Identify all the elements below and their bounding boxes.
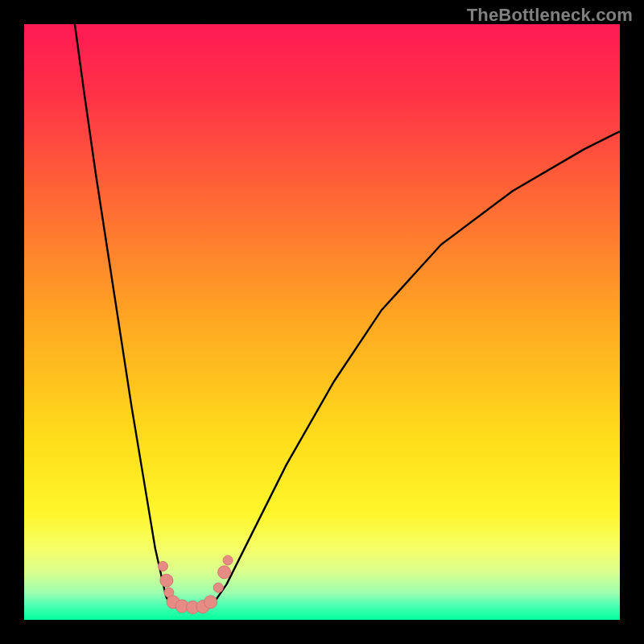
data-marker [160, 574, 173, 587]
data-marker [213, 583, 223, 592]
data-marker [218, 566, 231, 579]
data-marker [158, 561, 167, 571]
watermark-text: TheBottleneck.com [467, 5, 633, 26]
chart-stage: TheBottleneck.com [0, 0, 644, 644]
data-marker [223, 555, 233, 565]
data-marker [204, 596, 217, 609]
chart-svg [0, 0, 644, 644]
plot-area-rect [24, 24, 620, 620]
